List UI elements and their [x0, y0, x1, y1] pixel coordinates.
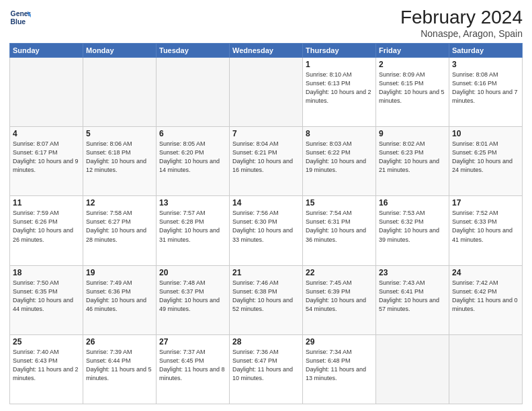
day-number: 20	[159, 268, 226, 277]
day-number: 9	[379, 129, 446, 138]
calendar-cell	[83, 58, 157, 127]
day-info: Sunrise: 8:06 AM Sunset: 6:18 PM Dayligh…	[86, 140, 153, 175]
day-number: 7	[232, 129, 300, 138]
calendar-cell: 28Sunrise: 7:36 AM Sunset: 6:47 PM Dayli…	[230, 334, 303, 404]
day-header-tuesday: Tuesday	[157, 44, 230, 58]
calendar-cell: 9Sunrise: 8:02 AM Sunset: 6:23 PM Daylig…	[376, 127, 449, 196]
calendar-cell: 4Sunrise: 8:07 AM Sunset: 6:17 PM Daylig…	[10, 127, 83, 196]
svg-text:Blue: Blue	[11, 18, 26, 26]
calendar-cell: 23Sunrise: 7:43 AM Sunset: 6:41 PM Dayli…	[376, 265, 449, 334]
week-row-3: 11Sunrise: 7:59 AM Sunset: 6:26 PM Dayli…	[10, 196, 523, 265]
week-row-4: 18Sunrise: 7:50 AM Sunset: 6:35 PM Dayli…	[10, 265, 523, 334]
page: General Blue February 2024 Nonaspe, Arag…	[0, 0, 532, 411]
week-row-2: 4Sunrise: 8:07 AM Sunset: 6:17 PM Daylig…	[10, 127, 523, 196]
day-number: 4	[13, 129, 80, 138]
day-info: Sunrise: 7:59 AM Sunset: 6:26 PM Dayligh…	[13, 209, 80, 244]
calendar-cell: 15Sunrise: 7:54 AM Sunset: 6:31 PM Dayli…	[303, 196, 376, 265]
week-row-1: 1Sunrise: 8:10 AM Sunset: 6:13 PM Daylig…	[10, 58, 523, 127]
day-number: 3	[452, 60, 519, 69]
day-info: Sunrise: 7:36 AM Sunset: 6:47 PM Dayligh…	[232, 348, 300, 383]
day-number: 21	[232, 268, 300, 277]
day-number: 29	[306, 337, 373, 347]
day-number: 12	[86, 198, 153, 208]
day-number: 27	[159, 337, 226, 347]
calendar-cell: 17Sunrise: 7:52 AM Sunset: 6:33 PM Dayli…	[449, 196, 523, 265]
day-info: Sunrise: 7:57 AM Sunset: 6:28 PM Dayligh…	[159, 209, 226, 244]
day-number: 10	[452, 129, 519, 138]
calendar-cell: 18Sunrise: 7:50 AM Sunset: 6:35 PM Dayli…	[10, 265, 83, 334]
day-info: Sunrise: 8:10 AM Sunset: 6:13 PM Dayligh…	[306, 71, 373, 105]
calendar-cell: 2Sunrise: 8:09 AM Sunset: 6:15 PM Daylig…	[376, 58, 449, 127]
calendar-cell: 13Sunrise: 7:57 AM Sunset: 6:28 PM Dayli…	[157, 196, 230, 265]
day-header-sunday: Sunday	[10, 44, 83, 58]
day-header-saturday: Saturday	[449, 44, 523, 58]
calendar-cell	[157, 58, 230, 127]
calendar-table: SundayMondayTuesdayWednesdayThursdayFrid…	[9, 43, 523, 404]
day-info: Sunrise: 8:03 AM Sunset: 6:22 PM Dayligh…	[306, 140, 373, 175]
calendar-header-row: SundayMondayTuesdayWednesdayThursdayFrid…	[10, 44, 523, 58]
calendar-cell: 6Sunrise: 8:05 AM Sunset: 6:20 PM Daylig…	[157, 127, 230, 196]
day-info: Sunrise: 7:54 AM Sunset: 6:31 PM Dayligh…	[306, 209, 373, 244]
day-number: 16	[379, 198, 446, 208]
day-header-wednesday: Wednesday	[230, 44, 303, 58]
title-block: February 2024 Nonaspe, Aragon, Spain	[400, 7, 523, 39]
calendar-cell: 29Sunrise: 7:34 AM Sunset: 6:48 PM Dayli…	[303, 334, 376, 404]
day-info: Sunrise: 7:34 AM Sunset: 6:48 PM Dayligh…	[306, 348, 373, 383]
calendar-cell: 1Sunrise: 8:10 AM Sunset: 6:13 PM Daylig…	[303, 58, 376, 127]
day-info: Sunrise: 7:50 AM Sunset: 6:35 PM Dayligh…	[13, 279, 80, 314]
header: General Blue February 2024 Nonaspe, Arag…	[9, 7, 523, 39]
day-info: Sunrise: 7:58 AM Sunset: 6:27 PM Dayligh…	[86, 209, 153, 244]
calendar-cell: 19Sunrise: 7:49 AM Sunset: 6:36 PM Dayli…	[83, 265, 157, 334]
day-number: 28	[232, 337, 300, 347]
subtitle: Nonaspe, Aragon, Spain	[400, 28, 523, 39]
calendar-cell: 26Sunrise: 7:39 AM Sunset: 6:44 PM Dayli…	[83, 334, 157, 404]
day-number: 15	[306, 198, 373, 208]
week-row-5: 25Sunrise: 7:40 AM Sunset: 6:43 PM Dayli…	[10, 334, 523, 404]
calendar-cell: 27Sunrise: 7:37 AM Sunset: 6:45 PM Dayli…	[157, 334, 230, 404]
day-number: 1	[306, 60, 373, 69]
day-info: Sunrise: 7:52 AM Sunset: 6:33 PM Dayligh…	[452, 209, 519, 244]
day-number: 17	[452, 198, 519, 208]
day-info: Sunrise: 7:53 AM Sunset: 6:32 PM Dayligh…	[379, 209, 446, 244]
day-header-monday: Monday	[83, 44, 157, 58]
day-info: Sunrise: 8:02 AM Sunset: 6:23 PM Dayligh…	[379, 140, 446, 175]
calendar-cell: 12Sunrise: 7:58 AM Sunset: 6:27 PM Dayli…	[83, 196, 157, 265]
day-number: 13	[159, 198, 226, 208]
day-number: 6	[159, 129, 226, 138]
day-info: Sunrise: 7:43 AM Sunset: 6:41 PM Dayligh…	[379, 279, 446, 314]
logo: General Blue	[9, 7, 31, 28]
calendar-cell: 5Sunrise: 8:06 AM Sunset: 6:18 PM Daylig…	[83, 127, 157, 196]
calendar-cell: 10Sunrise: 8:01 AM Sunset: 6:25 PM Dayli…	[449, 127, 523, 196]
calendar-cell	[376, 334, 449, 404]
day-info: Sunrise: 7:45 AM Sunset: 6:39 PM Dayligh…	[306, 279, 373, 314]
day-info: Sunrise: 7:39 AM Sunset: 6:44 PM Dayligh…	[86, 348, 153, 383]
day-number: 22	[306, 268, 373, 277]
day-number: 14	[232, 198, 300, 208]
calendar-cell: 20Sunrise: 7:48 AM Sunset: 6:37 PM Dayli…	[157, 265, 230, 334]
day-number: 25	[13, 337, 80, 347]
day-header-thursday: Thursday	[303, 44, 376, 58]
calendar-cell: 25Sunrise: 7:40 AM Sunset: 6:43 PM Dayli…	[10, 334, 83, 404]
day-info: Sunrise: 7:48 AM Sunset: 6:37 PM Dayligh…	[159, 279, 226, 314]
day-number: 19	[86, 268, 153, 277]
calendar-cell: 3Sunrise: 8:08 AM Sunset: 6:16 PM Daylig…	[449, 58, 523, 127]
day-info: Sunrise: 7:46 AM Sunset: 6:38 PM Dayligh…	[232, 279, 300, 314]
logo-icon: General Blue	[9, 7, 31, 28]
day-info: Sunrise: 7:56 AM Sunset: 6:30 PM Dayligh…	[232, 209, 300, 244]
day-number: 2	[379, 60, 446, 69]
calendar-cell: 8Sunrise: 8:03 AM Sunset: 6:22 PM Daylig…	[303, 127, 376, 196]
calendar-cell: 21Sunrise: 7:46 AM Sunset: 6:38 PM Dayli…	[230, 265, 303, 334]
day-info: Sunrise: 7:42 AM Sunset: 6:42 PM Dayligh…	[452, 279, 519, 314]
main-title: February 2024	[400, 7, 523, 28]
day-info: Sunrise: 7:40 AM Sunset: 6:43 PM Dayligh…	[13, 348, 80, 383]
day-header-friday: Friday	[376, 44, 449, 58]
calendar-cell: 7Sunrise: 8:04 AM Sunset: 6:21 PM Daylig…	[230, 127, 303, 196]
day-info: Sunrise: 8:07 AM Sunset: 6:17 PM Dayligh…	[13, 140, 80, 175]
day-info: Sunrise: 8:09 AM Sunset: 6:15 PM Dayligh…	[379, 71, 446, 105]
day-number: 8	[306, 129, 373, 138]
calendar-cell: 11Sunrise: 7:59 AM Sunset: 6:26 PM Dayli…	[10, 196, 83, 265]
day-info: Sunrise: 8:08 AM Sunset: 6:16 PM Dayligh…	[452, 71, 519, 105]
calendar-cell: 24Sunrise: 7:42 AM Sunset: 6:42 PM Dayli…	[449, 265, 523, 334]
day-info: Sunrise: 8:05 AM Sunset: 6:20 PM Dayligh…	[159, 140, 226, 175]
calendar-cell	[10, 58, 83, 127]
